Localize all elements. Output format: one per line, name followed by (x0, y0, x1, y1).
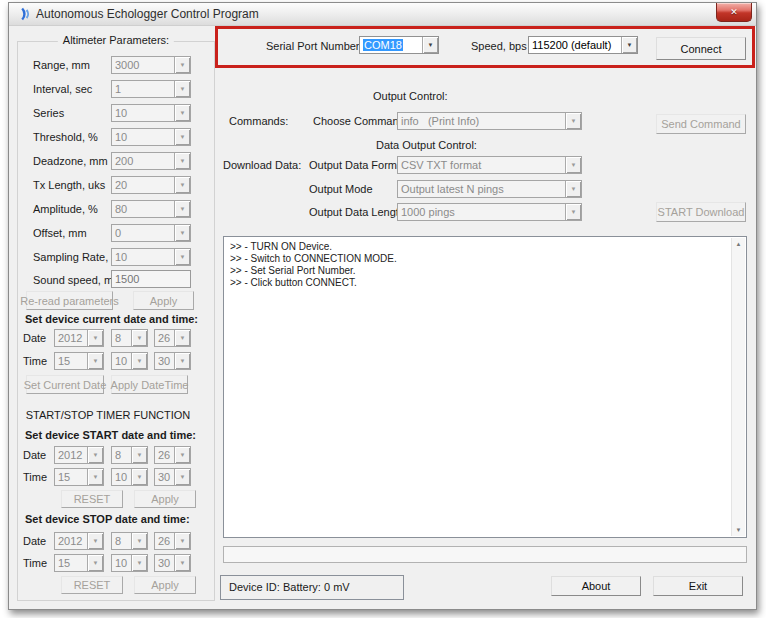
chevron-down-icon[interactable]: ▼ (174, 105, 190, 121)
tx-length-combobox[interactable]: 20▼ (111, 176, 191, 194)
exit-button[interactable]: Exit (653, 576, 743, 596)
chevron-down-icon[interactable]: ▼ (565, 157, 581, 173)
chevron-down-icon[interactable]: ▼ (174, 330, 190, 346)
chevron-down-icon[interactable]: ▼ (87, 447, 103, 463)
output-data-format-combobox[interactable]: CSV TXT format▼ (397, 156, 582, 174)
current-day-combobox[interactable]: 26▼ (154, 329, 191, 347)
apply-datetime-button[interactable]: Apply DateTime (111, 375, 188, 394)
offset-combobox[interactable]: 0▼ (111, 224, 191, 242)
chevron-down-icon[interactable]: ▼ (131, 555, 147, 571)
sampling-rate-combobox[interactable]: 10▼ (111, 248, 191, 266)
stop-minute-combobox[interactable]: 10▼ (111, 554, 148, 572)
start-reset-button[interactable]: RESET (61, 490, 123, 508)
app-window: Autonomous Echologger Control Program ✕ … (8, 2, 757, 610)
chevron-down-icon[interactable]: ▼ (87, 353, 103, 369)
download-data-label: Download Data: (223, 159, 301, 171)
stop-second-combobox[interactable]: 30▼ (154, 554, 191, 572)
window-title: Autonomous Echologger Control Program (36, 7, 259, 21)
chevron-down-icon[interactable]: ▼ (174, 533, 190, 549)
interval-combobox[interactable]: 1▼ (111, 80, 191, 98)
set-current-date-button[interactable]: Set Current Date (26, 375, 104, 394)
chevron-down-icon[interactable]: ▼ (131, 353, 147, 369)
amplitude-combobox[interactable]: 80▼ (111, 200, 191, 218)
chevron-down-icon[interactable]: ▼ (87, 330, 103, 346)
chevron-down-icon[interactable]: ▼ (174, 177, 190, 193)
chevron-down-icon[interactable]: ▼ (174, 447, 190, 463)
chevron-down-icon[interactable]: ▼ (131, 533, 147, 549)
console-log[interactable]: >> - TURN ON Device. >> - Switch to CONN… (223, 236, 747, 538)
speed-label: Speed, bps (471, 40, 527, 52)
start-month-combobox[interactable]: 8▼ (111, 446, 148, 464)
current-year-combobox[interactable]: 2012▼ (54, 329, 104, 347)
combo-value: 15 (55, 353, 87, 369)
combo-value: 80 (112, 201, 174, 217)
current-second-combobox[interactable]: 30▼ (154, 352, 191, 370)
scroll-up-icon[interactable]: ▲ (732, 238, 745, 250)
current-hour-combobox[interactable]: 15▼ (54, 352, 104, 370)
chevron-down-icon[interactable]: ▼ (174, 153, 190, 169)
series-combobox[interactable]: 10▼ (111, 104, 191, 122)
reread-parameters-button[interactable]: Re-read parameters (26, 291, 113, 310)
start-year-combobox[interactable]: 2012▼ (54, 446, 104, 464)
about-button[interactable]: About (551, 576, 641, 596)
start-second-combobox[interactable]: 30▼ (154, 468, 191, 486)
start-minute-combobox[interactable]: 10▼ (111, 468, 148, 486)
start-hour-combobox[interactable]: 15▼ (54, 468, 104, 486)
chevron-down-icon[interactable]: ▼ (174, 353, 190, 369)
chevron-down-icon[interactable]: ▼ (131, 447, 147, 463)
command-combobox[interactable]: info (Print Info)▼ (397, 112, 582, 130)
sound-speed-field[interactable]: 1500 (111, 270, 191, 288)
chevron-down-icon[interactable]: ▼ (174, 469, 190, 485)
output-mode-combobox[interactable]: Output latest N pings▼ (397, 180, 582, 198)
stop-year-combobox[interactable]: 2012▼ (54, 532, 104, 550)
chevron-down-icon[interactable]: ▼ (621, 37, 637, 53)
stop-apply-button[interactable]: Apply (134, 576, 196, 594)
chevron-down-icon[interactable]: ▼ (174, 201, 190, 217)
stop-day-combobox[interactable]: 26▼ (154, 532, 191, 550)
chevron-down-icon[interactable]: ▼ (174, 555, 190, 571)
scroll-down-icon[interactable]: ▼ (732, 524, 745, 536)
stop-hour-combobox[interactable]: 15▼ (54, 554, 104, 572)
deadzone-combobox[interactable]: 200▼ (111, 152, 191, 170)
current-minute-combobox[interactable]: 10▼ (111, 352, 148, 370)
start-download-button[interactable]: START Download (656, 202, 746, 222)
combo-value: 10 (112, 469, 131, 485)
start-apply-button[interactable]: Apply (134, 490, 196, 508)
chevron-down-icon[interactable]: ▼ (174, 57, 190, 73)
start-day-combobox[interactable]: 26▼ (154, 446, 191, 464)
threshold-combobox[interactable]: 10▼ (111, 128, 191, 146)
range-combobox[interactable]: 3000▼ (111, 56, 191, 74)
output-control-header: Output Control: (373, 90, 448, 102)
titlebar[interactable]: Autonomous Echologger Control Program ✕ (9, 3, 756, 26)
send-command-button[interactable]: Send Command (656, 114, 746, 134)
stop-month-combobox[interactable]: 8▼ (111, 532, 148, 550)
connect-button[interactable]: Connect (656, 37, 746, 60)
chevron-down-icon[interactable]: ▼ (565, 113, 581, 129)
chevron-down-icon[interactable]: ▼ (131, 469, 147, 485)
chevron-down-icon[interactable]: ▼ (131, 330, 147, 346)
chevron-down-icon[interactable]: ▼ (174, 129, 190, 145)
screenshot: Autonomous Echologger Control Program ✕ … (0, 0, 766, 618)
console-line: >> - TURN ON Device. (230, 241, 728, 253)
chevron-down-icon[interactable]: ▼ (87, 469, 103, 485)
chevron-down-icon[interactable]: ▼ (422, 37, 438, 53)
close-button[interactable]: ✕ (716, 3, 752, 22)
combo-value: 2012 (55, 330, 87, 346)
chevron-down-icon[interactable]: ▼ (174, 249, 190, 265)
stop-reset-button[interactable]: RESET (61, 576, 123, 594)
console-line: >> - Click button CONNECT. (230, 277, 728, 289)
chevron-down-icon[interactable]: ▼ (174, 81, 190, 97)
output-data-length-label: Output Data Length (309, 206, 405, 218)
output-data-length-combobox[interactable]: 1000 pings▼ (397, 203, 582, 221)
serial-port-combobox[interactable]: COM18▼ (359, 36, 439, 54)
current-month-combobox[interactable]: 8▼ (111, 329, 148, 347)
param-label-interval: Interval, sec (33, 83, 92, 95)
console-scrollbar[interactable]: ▲ ▼ (731, 238, 745, 536)
chevron-down-icon[interactable]: ▼ (87, 555, 103, 571)
apply-parameters-button[interactable]: Apply (133, 291, 194, 310)
chevron-down-icon[interactable]: ▼ (565, 204, 581, 220)
speed-combobox[interactable]: 115200 (default)▼ (528, 36, 638, 54)
chevron-down-icon[interactable]: ▼ (174, 225, 190, 241)
chevron-down-icon[interactable]: ▼ (87, 533, 103, 549)
chevron-down-icon[interactable]: ▼ (565, 181, 581, 197)
